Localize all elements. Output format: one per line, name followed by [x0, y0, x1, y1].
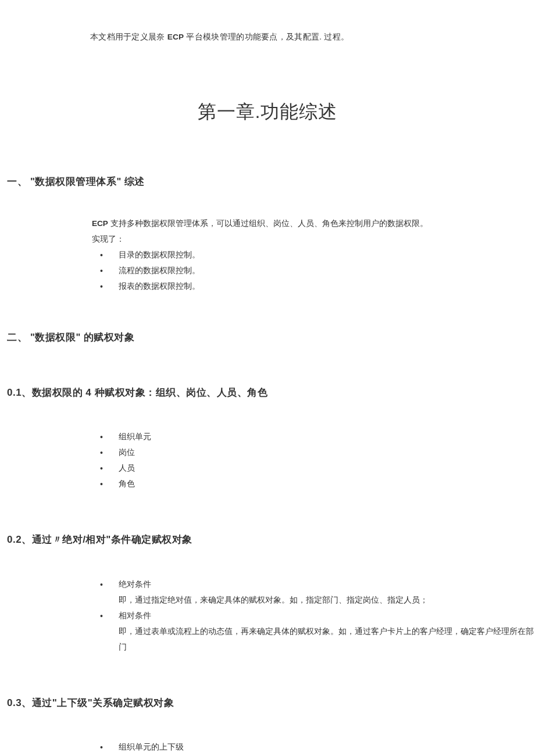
- intro-prefix: 本文档用于定义晨奈: [90, 33, 167, 41]
- intro-bold: ECP: [167, 33, 184, 41]
- body1-line2: 实现了：: [92, 231, 535, 247]
- list-01: 组织单元 岗位 人员 角色: [99, 429, 535, 492]
- subsection-01-body: 组织单元 岗位 人员 角色: [92, 429, 535, 492]
- list-item: 绝对条件 即，通过指定绝对值，来确定具体的赋权对象。如，指定部门、指定岗位、指定…: [99, 576, 535, 608]
- list-02: 绝对条件 即，通过指定绝对值，来确定具体的赋权对象。如，指定部门、指定岗位、指定…: [99, 576, 535, 655]
- chapter-title: 第一章.功能综述: [0, 98, 535, 126]
- list-03: 组织单元的上下级 同时可进一步通过"组织类型"进行赋权对象作的进一步限定 岗位的…: [99, 739, 535, 756]
- intro-suffix: 平台模块管理的功能要点，及其配置. 过程。: [184, 33, 349, 41]
- list-item: 组织单元的上下级 同时可进一步通过"组织类型"进行赋权对象作的进一步限定: [99, 739, 535, 756]
- list-item-note: 即，通过指定绝对值，来确定具体的赋权对象。如，指定部门、指定岗位、指定人员；: [119, 592, 535, 608]
- list-item: 目录的数据权限控制。: [99, 247, 535, 263]
- list-item-title: 绝对条件: [119, 580, 151, 589]
- body1-bold: ECP: [92, 219, 108, 228]
- list-item: 组织单元: [99, 429, 535, 445]
- body1-rest: 支持多种数据权限管理体系，可以通过组织、岗位、人员、角色来控制用户的数据权限。: [108, 219, 428, 228]
- list-item-title: 组织单元的上下级: [119, 743, 184, 751]
- list-item: 流程的数据权限控制。: [99, 263, 535, 278]
- list-item: 岗位: [99, 445, 535, 460]
- body1-list: 目录的数据权限控制。 流程的数据权限控制。 报表的数据权限控制。: [99, 247, 535, 294]
- intro-paragraph: 本文档用于定义晨奈 ECP 平台模块管理的功能要点，及其配置. 过程。: [90, 31, 535, 43]
- subsection-02-body: 绝对条件 即，通过指定绝对值，来确定具体的赋权对象。如，指定部门、指定岗位、指定…: [92, 576, 535, 655]
- subsection-03-body: 组织单元的上下级 同时可进一步通过"组织类型"进行赋权对象作的进一步限定 岗位的…: [92, 739, 535, 756]
- list-item-title: 相对条件: [119, 611, 151, 620]
- list-item: 相对条件 即，通过表单或流程上的动态值，再来确定具体的赋权对象。如，通过客户卡片…: [99, 608, 535, 655]
- subsection-03-heading: 0.3、通过"上下级"关系确定赋权对象: [7, 696, 535, 711]
- section-2-heading: 二、 "数据权限" 的赋权对象: [7, 330, 535, 345]
- list-item-note: 即，通过表单或流程上的动态值，再来确定具体的赋权对象。如，通过客户卡片上的客户经…: [119, 624, 535, 655]
- list-item: 人员: [99, 460, 535, 476]
- section-1-heading: 一、 "数据权限管理体系" 综述: [7, 174, 535, 189]
- list-item: 角色: [99, 476, 535, 492]
- subsection-02-heading: 0.2、通过〃绝对/相对"条件确定赋权对象: [7, 532, 535, 547]
- list-item: 报表的数据权限控制。: [99, 278, 535, 294]
- section-1-body: ECP 支持多种数据权限管理体系，可以通过组织、岗位、人员、角色来控制用户的数据…: [92, 216, 535, 294]
- subsection-01-heading: 0.1、数据权限的 4 种赋权对象：组织、岗位、人员、角色: [7, 385, 535, 400]
